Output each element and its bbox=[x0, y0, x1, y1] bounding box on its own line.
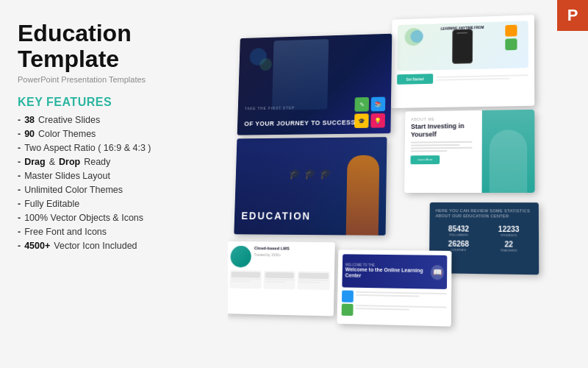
stat-number: 12233 bbox=[485, 225, 533, 234]
card-line bbox=[231, 280, 251, 282]
slide-5-subtitle-text: Trusted by 1500+ bbox=[254, 252, 289, 257]
stat-number: 85432 bbox=[435, 225, 482, 234]
text-line bbox=[411, 146, 473, 149]
stat-item: 22 TEACHERS bbox=[485, 240, 533, 252]
slide-3-label: ABOUT ME bbox=[411, 116, 473, 121]
stat-number: 22 bbox=[485, 240, 533, 249]
slide-5-header: Cloud-based LMS Trusted by 1500+ bbox=[230, 246, 331, 269]
slide-2-text-lines bbox=[436, 74, 528, 81]
ppt-icon: P bbox=[567, 6, 578, 25]
slide-5-avatar bbox=[230, 246, 251, 268]
card-line bbox=[265, 281, 285, 283]
slide-3-image bbox=[482, 110, 535, 193]
slide-6-feature-icons bbox=[342, 290, 447, 304]
slide-1-title: OF YOUR JOURNEY TO SUCCESS bbox=[244, 119, 356, 128]
icon-box-blue: 📚 bbox=[371, 97, 386, 112]
slide-5-title-text: Cloud-based LMS bbox=[254, 246, 290, 250]
feature-list: 38 Creative Slides 90 Color Themes Two A… bbox=[18, 115, 210, 251]
slide-1-content: ✎ 📚 🎓 💡 TAKE THE FIRST STEP OF YOUR JOUR… bbox=[237, 34, 392, 135]
text-line bbox=[355, 308, 409, 311]
phone-speaker bbox=[456, 32, 467, 33]
slide-3-content: ABOUT ME Start Investing in Yourself Lea… bbox=[404, 110, 535, 193]
stat-label: TEACHERS bbox=[485, 249, 533, 253]
main-container: Education Template PowerPoint Presentati… bbox=[0, 0, 588, 368]
feature-text bbox=[356, 291, 447, 305]
text-line bbox=[411, 141, 473, 143]
stat-label: COURSES bbox=[435, 248, 482, 252]
slide-7-title: HERE YOU CAN REVIEW SOME STATISTICS ABOU… bbox=[436, 208, 533, 219]
list-item: Free Font and Icons bbox=[18, 227, 210, 237]
stat-label: STUDENTS bbox=[485, 233, 533, 238]
slide-6-top-text-wrap: Welcome to the Welcome to the Online Lea… bbox=[345, 263, 431, 280]
slide-thumbnail-1: ✎ 📚 🎓 💡 TAKE THE FIRST STEP OF YOUR JOUR… bbox=[237, 34, 392, 135]
slide-6-bottom bbox=[342, 290, 447, 318]
text-line bbox=[411, 144, 460, 146]
list-item: Fully Editable bbox=[18, 199, 210, 209]
list-item: 4500+ Vector Icon Included bbox=[18, 241, 210, 251]
card-img bbox=[265, 272, 294, 279]
badge-label: Learn More bbox=[417, 158, 432, 161]
slide-6-feature-icons-2 bbox=[342, 304, 447, 319]
slide-7-stats-grid: 85432 FOLLOWERS 12233 STUDENTS 26268 COU… bbox=[435, 225, 533, 253]
slide-1-icons: ✎ 📚 🎓 💡 bbox=[354, 97, 385, 128]
deco-blue-circle bbox=[410, 30, 423, 43]
slide-5-teacher-cards bbox=[229, 270, 330, 290]
slide-2-visual: LEARNING ANYTIME FROM ANYWHERE bbox=[397, 21, 528, 71]
feature-text-2 bbox=[355, 304, 447, 318]
list-item: Drag & Drop Ready bbox=[18, 157, 210, 167]
key-features-label: KEY FEATURES bbox=[18, 96, 210, 109]
page-subtitle: PowerPoint Presentation Templates bbox=[18, 75, 210, 84]
slide-2-footer: Get Started bbox=[397, 71, 528, 85]
stat-item: 85432 FOLLOWERS bbox=[435, 225, 482, 238]
text-line bbox=[436, 74, 528, 78]
page-title: Education Template bbox=[18, 21, 210, 72]
stat-number: 26268 bbox=[435, 240, 482, 249]
text-line bbox=[436, 78, 509, 81]
slide-2-content: LEARNING ANYTIME FROM ANYWHERE Get Start… bbox=[391, 15, 534, 108]
feature-highlight: 38 bbox=[24, 115, 35, 125]
ppt-badge: P bbox=[557, 0, 588, 31]
list-item: 90 Color Themes bbox=[18, 129, 210, 139]
slide-1-person bbox=[272, 39, 329, 110]
card-line bbox=[299, 281, 320, 283]
slide-3-badge: Learn More bbox=[410, 155, 440, 164]
teacher-card bbox=[263, 271, 295, 290]
list-item: Unlimited Color Themes bbox=[18, 185, 210, 195]
icon-green bbox=[505, 38, 517, 50]
slide-thumbnail-4: 🎓 🎓 🎓 EDUCATION bbox=[234, 137, 387, 236]
slide-2-bottom: Get Started bbox=[397, 71, 528, 85]
slide-5-text: Cloud-based LMS Trusted by 1500+ bbox=[254, 246, 290, 268]
cta-label: Get Started bbox=[406, 77, 424, 81]
teacher-card bbox=[229, 270, 262, 289]
right-panel: ✎ 📚 🎓 💡 TAKE THE FIRST STEP OF YOUR JOUR… bbox=[228, 0, 588, 368]
list-item: Two Aspect Ratio ( 16:9 & 4:3 ) bbox=[18, 143, 210, 153]
left-panel: Education Template PowerPoint Presentati… bbox=[0, 0, 228, 368]
list-item: 38 Creative Slides bbox=[18, 115, 210, 125]
feature-icon-green bbox=[342, 304, 354, 316]
stat-item: 12233 STUDENTS bbox=[485, 225, 533, 238]
slide-6-title: Welcome to the Online Learning Center bbox=[345, 266, 431, 280]
slide-thumbnail-2: LEARNING ANYTIME FROM ANYWHERE Get Start… bbox=[391, 15, 534, 108]
slide-thumbnail-6: Welcome to the Welcome to the Online Lea… bbox=[337, 250, 452, 326]
feature-icon-blue bbox=[342, 290, 354, 302]
list-item: 100% Vector Objects & Icons bbox=[18, 213, 210, 223]
card-img bbox=[299, 272, 329, 279]
slide-4-content: 🎓 🎓 🎓 EDUCATION bbox=[234, 137, 387, 236]
feature-highlight: 90 bbox=[24, 129, 35, 139]
slide-3-lines bbox=[411, 141, 473, 152]
icon-box-yellow: 🎓 bbox=[354, 113, 369, 128]
slide-2-floating-icons bbox=[505, 25, 517, 51]
slide-thumbnail-3: ABOUT ME Start Investing in Yourself Lea… bbox=[404, 110, 535, 193]
person-silhouette bbox=[490, 130, 527, 193]
icon-box-green: ✎ bbox=[354, 97, 369, 112]
text-line bbox=[411, 150, 448, 152]
slide-6-content: Welcome to the Welcome to the Online Lea… bbox=[337, 250, 452, 326]
slide-4-person-orange bbox=[346, 155, 380, 236]
card-img bbox=[232, 272, 260, 277]
slide-1-main-text: OF YOUR JOURNEY TO SUCCESS bbox=[244, 119, 356, 128]
feature-highlight: 4500+ bbox=[24, 241, 50, 251]
stat-label: FOLLOWERS bbox=[435, 233, 482, 238]
slide-2-cta-btn: Get Started bbox=[397, 74, 433, 85]
slide-thumbnail-5: Cloud-based LMS Trusted by 1500+ bbox=[228, 241, 335, 316]
slide-4-title: EDUCATION bbox=[241, 210, 311, 222]
